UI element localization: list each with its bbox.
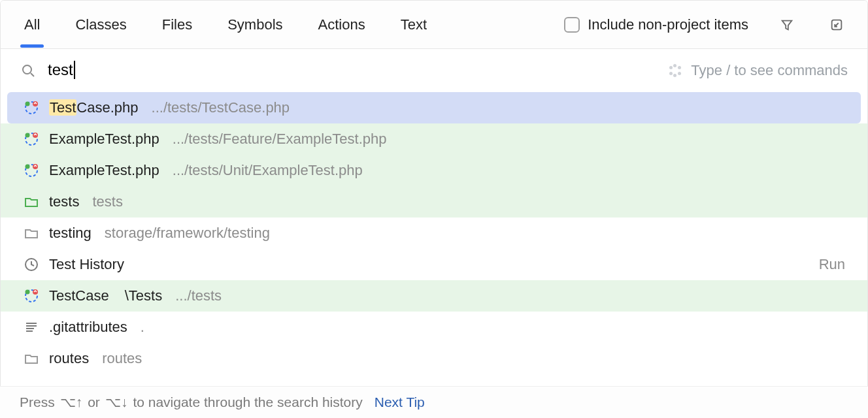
next-tip-link[interactable]: Next Tip bbox=[375, 394, 425, 410]
search-hint: Type / to see commands bbox=[669, 62, 848, 79]
tab-actions[interactable]: Actions bbox=[314, 2, 369, 48]
result-name: TestCase.php bbox=[49, 99, 139, 116]
result-name: .gitattributes bbox=[49, 319, 127, 336]
svg-point-1 bbox=[23, 65, 31, 74]
search-row: test Type / to see commands bbox=[1, 49, 867, 92]
filter-icon[interactable] bbox=[776, 14, 798, 36]
result-path: routes bbox=[102, 350, 142, 367]
shortcut-down: ⌥↓ bbox=[105, 394, 128, 410]
result-name: routes bbox=[49, 350, 89, 367]
tab-all[interactable]: All bbox=[20, 2, 44, 48]
result-hint: Run bbox=[819, 256, 845, 273]
result-path: .../tests/Unit/ExampleTest.php bbox=[173, 162, 363, 179]
result-row[interactable]: TestCase\Tests.../tests bbox=[1, 280, 867, 312]
include-non-project-checkbox[interactable]: Include non-project items bbox=[564, 16, 748, 33]
svg-point-14 bbox=[25, 289, 30, 294]
result-name: ExampleTest.php bbox=[49, 131, 159, 148]
svg-point-7 bbox=[25, 133, 30, 137]
result-row[interactable]: teststests bbox=[1, 186, 867, 217]
result-row[interactable]: .gitattributes. bbox=[1, 312, 867, 343]
tab-symbols[interactable]: Symbols bbox=[224, 2, 286, 48]
results-list: TestCase.php.../tests/TestCase.phpExampl… bbox=[1, 92, 867, 374]
include-label: Include non-project items bbox=[588, 16, 748, 33]
folder-green-icon bbox=[23, 193, 40, 210]
result-name: testing bbox=[49, 225, 92, 242]
lines-icon bbox=[23, 319, 40, 336]
result-path: .../tests/Feature/ExampleTest.php bbox=[173, 131, 387, 148]
result-path: .../tests/TestCase.php bbox=[152, 99, 290, 116]
text-caret bbox=[74, 61, 75, 79]
search-tabs: All Classes Files Symbols Actions Text I… bbox=[1, 1, 867, 49]
footer-tip: Press ⌥↑ or ⌥↓ to navigate through the s… bbox=[0, 386, 868, 418]
svg-point-10 bbox=[25, 164, 30, 169]
clock-icon bbox=[23, 256, 40, 273]
result-path: storage/framework/testing bbox=[105, 225, 270, 242]
php-class-icon bbox=[23, 131, 40, 148]
result-name: tests bbox=[49, 193, 79, 210]
checkbox-icon bbox=[564, 17, 580, 33]
php-class-icon bbox=[23, 162, 40, 179]
tab-text[interactable]: Text bbox=[397, 2, 431, 48]
result-path: .../tests bbox=[175, 287, 222, 304]
result-name: TestCase bbox=[49, 287, 109, 304]
folder-gray-icon bbox=[23, 225, 40, 242]
result-name: Test History bbox=[49, 256, 124, 273]
result-qualifier: \Tests bbox=[125, 287, 162, 304]
result-row[interactable]: testingstorage/framework/testing bbox=[1, 217, 867, 249]
tab-files[interactable]: Files bbox=[158, 2, 196, 48]
result-row[interactable]: TestCase.php.../tests/TestCase.php bbox=[7, 92, 861, 123]
result-path: . bbox=[141, 319, 144, 336]
result-row[interactable]: Test HistoryRun bbox=[1, 249, 867, 280]
result-row[interactable]: ExampleTest.php.../tests/Unit/ExampleTes… bbox=[1, 155, 867, 186]
result-name: ExampleTest.php bbox=[49, 162, 159, 179]
folder-gray-icon bbox=[23, 350, 40, 367]
search-input[interactable]: test bbox=[48, 61, 75, 80]
result-row[interactable]: ExampleTest.php.../tests/Feature/Example… bbox=[1, 123, 867, 155]
loading-spinner-icon bbox=[669, 64, 682, 77]
search-icon bbox=[20, 63, 36, 78]
php-class-icon bbox=[23, 99, 40, 116]
result-path: tests bbox=[92, 193, 122, 210]
open-in-tool-window-icon[interactable] bbox=[826, 14, 848, 36]
shortcut-up: ⌥↑ bbox=[60, 394, 83, 410]
svg-point-4 bbox=[25, 101, 30, 106]
result-row[interactable]: routesroutes bbox=[1, 343, 867, 374]
tab-classes[interactable]: Classes bbox=[71, 2, 130, 48]
php-class-icon bbox=[23, 287, 40, 304]
